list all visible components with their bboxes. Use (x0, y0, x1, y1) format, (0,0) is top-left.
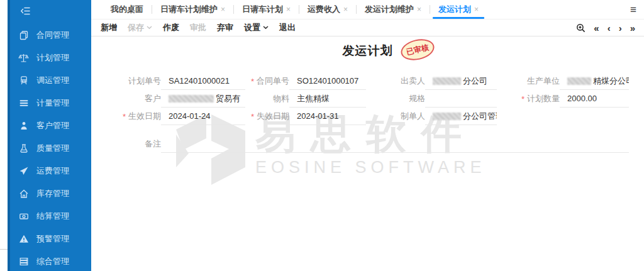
outdent-icon (20, 6, 31, 18)
exit-button[interactable]: 退出 (279, 22, 296, 33)
button-label: 退出 (279, 22, 296, 33)
tab-overflow-menu-icon[interactable]: ≡ (630, 4, 636, 15)
gutter-line (0, 249, 8, 250)
tab-shipping-plan-maint[interactable]: 发运计划维护 × (357, 0, 430, 19)
field-label-producer: 生产单位 (497, 72, 560, 90)
expiry-date-field[interactable]: 2024-01-31 (289, 108, 366, 125)
tab-daily-truck-plan[interactable]: 日请车计划 × (234, 0, 299, 19)
sidebar-item-measure[interactable]: 计量管理 (8, 92, 91, 114)
close-tab-icon[interactable]: × (221, 5, 225, 14)
close-tab-icon[interactable]: × (343, 5, 348, 14)
contract-no-field[interactable]: SO12401000107 (289, 72, 366, 90)
required-marker: * (123, 112, 126, 121)
save-button[interactable]: 保存 (128, 22, 152, 33)
page-title: 发运计划 (91, 43, 644, 59)
producer-field[interactable]: 精煤分公司 (560, 72, 629, 90)
redacted-text (169, 95, 214, 102)
tab-label: 运费收入 (308, 4, 340, 15)
plan-no-field[interactable]: SA12401000021 (161, 72, 245, 90)
person-icon (18, 121, 29, 131)
sidebar-item-label: 调运管理 (36, 75, 69, 86)
settings-button[interactable]: 设置 (244, 22, 269, 33)
last-record-icon[interactable]: » (630, 23, 635, 33)
sidebar-item-label: 库存管理 (36, 188, 69, 199)
field-value: 2024-01-31 (297, 111, 339, 121)
void-button[interactable]: 作废 (163, 22, 179, 33)
close-tab-icon[interactable]: × (474, 5, 479, 14)
field-label-spec: 规格 (366, 90, 425, 108)
shipping-plan-form: 计划单号 SA12401000021 * 合同单号 SO12401000107 … (101, 72, 629, 153)
watermark-en-text: EOSINE SOFTWARE (255, 158, 486, 177)
first-record-icon[interactable]: « (594, 23, 599, 33)
button-label: 作废 (163, 22, 179, 33)
sidebar-item-label: 运费管理 (36, 165, 69, 177)
empty-cell (560, 108, 629, 125)
creator-field[interactable]: 分公司管理员 (425, 108, 497, 125)
sidebar-item-customer[interactable]: 客户管理 (8, 114, 91, 137)
field-value: SA12401000021 (169, 76, 230, 86)
button-label: 新增 (101, 22, 117, 33)
prev-record-icon[interactable]: ‹ (608, 23, 611, 33)
sidebar-item-plan[interactable]: 计划管理 (8, 47, 91, 69)
required-marker: * (251, 112, 254, 121)
home-icon (18, 189, 29, 199)
field-value: SO12401000107 (297, 76, 358, 86)
sidebar-item-contract[interactable]: 合同管理 (8, 24, 91, 47)
sidebar-item-label: 质量管理 (36, 143, 69, 154)
unapprove-button[interactable]: 弃审 (217, 22, 233, 33)
sidebar-collapse-button[interactable] (18, 6, 32, 18)
sidebar-item-quality[interactable]: 质量管理 (8, 137, 91, 160)
add-button[interactable]: 新增 (101, 22, 117, 33)
tab-freight-income[interactable]: 运费收入 × (299, 0, 356, 19)
chevron-down-icon (147, 26, 152, 30)
close-tab-icon[interactable]: × (286, 5, 291, 14)
tab-daily-truck-plan-maint[interactable]: 日请车计划维护 × (152, 0, 233, 19)
next-record-icon[interactable]: › (619, 23, 622, 33)
field-label-expiry-date: * 失效日期 (245, 108, 289, 125)
approve-button[interactable]: 审批 (190, 22, 206, 33)
field-label-effective-date: * 生效日期 (101, 108, 161, 125)
record-pager: « ‹ › » (576, 19, 635, 36)
button-label: 设置 (244, 22, 260, 33)
sidebar-item-inventory[interactable]: 库存管理 (8, 182, 91, 205)
sidebar-item-freight[interactable]: 运费管理 (8, 160, 91, 182)
field-value: 2024-01-24 (169, 111, 211, 121)
field-value: 2000.00 (567, 94, 597, 103)
warning-icon (18, 234, 29, 245)
field-value: 精煤分公司 (593, 75, 629, 87)
field-value: 分公司管理员 (463, 111, 497, 122)
field-value: 分公司 (463, 75, 487, 87)
close-tab-icon[interactable]: × (417, 5, 421, 14)
redacted-text (433, 113, 461, 120)
required-marker: * (251, 77, 254, 86)
remark-field[interactable] (161, 135, 629, 153)
field-label-quantity: * 计划数量 (497, 90, 560, 108)
quantity-field[interactable]: 2000.00 (560, 90, 629, 108)
menu-lines-icon (18, 98, 29, 109)
material-field[interactable]: 主焦精煤 (289, 90, 366, 108)
sidebar-item-warning[interactable]: 预警管理 (8, 228, 91, 250)
tab-label: 发运计划维护 (365, 4, 414, 15)
customer-field[interactable]: 贸易有 (161, 90, 245, 108)
spec-field[interactable] (425, 90, 497, 108)
redacted-text (433, 77, 461, 85)
sidebar-item-transport[interactable]: 调运管理 (8, 69, 91, 92)
field-label-plan-no: 计划单号 (101, 72, 161, 90)
tab-my-desktop[interactable]: 我的桌面 (103, 0, 152, 19)
field-label-material: 物料 (245, 90, 289, 108)
button-label: 审批 (190, 22, 206, 33)
sidebar-item-label: 计划管理 (36, 52, 69, 64)
field-value: 主焦精煤 (297, 93, 330, 104)
sidebar-item-general[interactable]: 综合管理 (8, 250, 91, 271)
app-window: 合同管理 计划管理 调运管理 (0, 0, 644, 271)
field-label-seller: 出卖人 (366, 72, 425, 90)
sidebar-item-settlement[interactable]: 结算管理 (8, 205, 91, 228)
tab-shipping-plan[interactable]: 发运计划 × (430, 0, 487, 19)
zoom-in-icon[interactable] (576, 23, 586, 33)
form-content: 易思软件 EOSINE SOFTWARE 发运计划 已审核 计划单号 SA124… (91, 36, 644, 271)
row-spacer (101, 125, 629, 135)
banknote-icon (18, 211, 29, 222)
field-value: 贸易有 (216, 93, 240, 104)
seller-field[interactable]: 分公司 (425, 72, 497, 90)
effective-date-field[interactable]: 2024-01-24 (161, 108, 245, 125)
